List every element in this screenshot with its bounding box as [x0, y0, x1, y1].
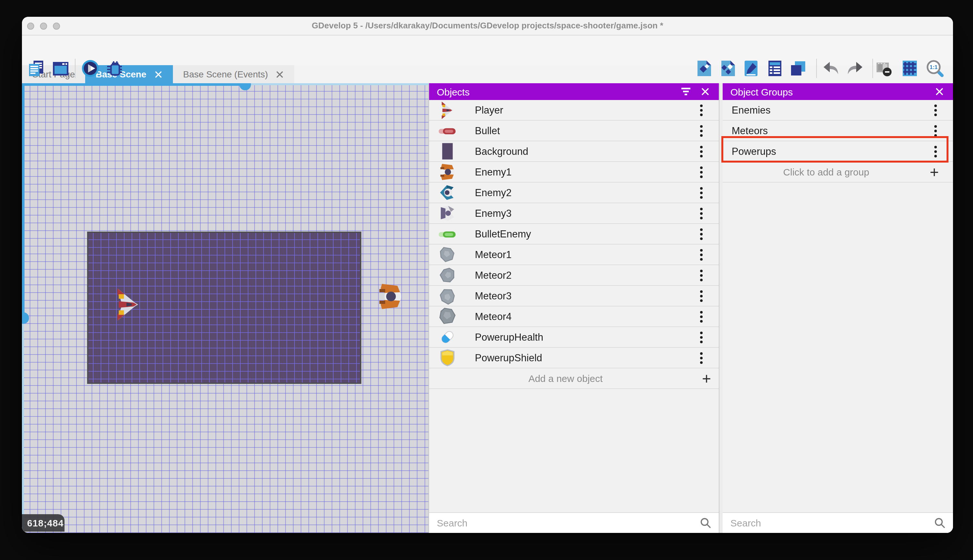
close-panel-icon[interactable] — [934, 86, 945, 97]
object-menu-icon[interactable] — [700, 269, 703, 282]
group-row-powerups[interactable]: Powerups — [723, 141, 953, 162]
object-row-background[interactable]: Background — [429, 141, 719, 162]
toolbar-button-play-preview[interactable] — [81, 59, 99, 77]
toolbar-button-toggle-grid[interactable] — [901, 59, 919, 77]
zoom-1-1-icon: 1:1 — [926, 59, 944, 77]
toolbar-button-render-mask[interactable] — [875, 59, 893, 77]
title-bar: GDevelop 5 - /Users/dkarakay/Documents/G… — [22, 17, 953, 35]
bullet-green-icon — [436, 224, 458, 243]
object-menu-icon[interactable] — [700, 103, 703, 117]
objects-panel-header: Objects — [429, 83, 719, 100]
object-row-enemy3[interactable]: Enemy3 — [429, 203, 719, 224]
filter-icon[interactable] — [680, 86, 692, 97]
group-name: Meteors — [732, 125, 934, 137]
toolbar-button-properties[interactable] — [742, 59, 760, 77]
add-object-row[interactable]: Add a new object + — [429, 368, 719, 389]
vertical-scrollbar[interactable] — [22, 83, 24, 318]
object-menu-icon[interactable] — [700, 124, 703, 137]
horizontal-scrollbar-track[interactable] — [245, 83, 428, 85]
object-name: Background — [475, 145, 700, 157]
search-icon — [934, 517, 945, 528]
object-row-meteor1[interactable]: Meteor1 — [429, 245, 719, 265]
object-row-meteor4[interactable]: Meteor4 — [429, 307, 719, 327]
toolbar-button-layers[interactable] — [789, 59, 807, 77]
vertical-scrollbar-track[interactable] — [22, 318, 23, 533]
add-group-row[interactable]: Click to add a group + — [723, 162, 953, 183]
toolbar-button-zoom-1-1[interactable]: 1:1 — [926, 59, 944, 77]
tab-base-scene-events[interactable]: Base Scene (Events) — [173, 65, 295, 83]
main-toolbar: 1:1 — [22, 35, 953, 65]
object-menu-icon[interactable] — [700, 351, 703, 364]
object-groups-list: Enemies Meteors — [723, 100, 953, 512]
object-menu-icon[interactable] — [700, 145, 703, 158]
toolbar-button-redo[interactable] — [846, 59, 864, 77]
group-row-enemies[interactable]: Enemies — [723, 100, 953, 121]
toolbar-button-debug[interactable] — [105, 59, 123, 77]
toolbar-button-undo[interactable] — [822, 59, 840, 77]
object-menu-icon[interactable] — [700, 227, 703, 240]
content-area: 618;484 Objects — [22, 83, 953, 533]
group-menu-icon[interactable] — [934, 124, 938, 137]
object-menu-icon[interactable] — [700, 165, 703, 178]
object-name: PowerupHealth — [475, 331, 700, 343]
object-row-meteor3[interactable]: Meteor3 — [429, 286, 719, 307]
object-row-bullet[interactable]: Bullet — [429, 121, 719, 141]
object-row-meteor2[interactable]: Meteor2 — [429, 265, 719, 286]
toolbar-button-objects-editor[interactable] — [695, 59, 713, 77]
toolbar-button-object-groups-editor[interactable] — [719, 59, 737, 77]
horizontal-scrollbar[interactable] — [22, 83, 245, 85]
group-menu-icon[interactable] — [934, 103, 938, 117]
horizontal-scrollbar-thumb[interactable] — [239, 83, 251, 90]
groups-search-input[interactable] — [723, 517, 934, 528]
project-manager-icon — [27, 59, 45, 77]
object-name: Bullet — [475, 125, 700, 137]
object-name: BulletEnemy — [475, 228, 700, 240]
group-name: Enemies — [732, 104, 934, 116]
object-row-enemy1[interactable]: Enemy1 — [429, 162, 719, 183]
scene-editor-canvas[interactable]: 618;484 — [22, 83, 428, 533]
toolbar-button-project-manager[interactable] — [27, 59, 45, 77]
undo-icon — [822, 59, 840, 77]
toolbar-button-instances-list[interactable] — [766, 59, 784, 77]
object-menu-icon[interactable] — [700, 248, 703, 261]
vertical-scrollbar-thumb[interactable] — [22, 312, 29, 324]
add-group-plus-icon[interactable]: + — [930, 165, 939, 178]
meteor4-rock-icon — [436, 307, 458, 326]
tab-close-icon[interactable] — [154, 70, 163, 78]
player-instance[interactable] — [115, 288, 139, 321]
object-row-powerupshield[interactable]: PowerupShield — [429, 348, 719, 368]
enemy-instance[interactable] — [377, 282, 403, 311]
redo-icon — [846, 59, 864, 77]
object-menu-icon[interactable] — [700, 186, 703, 199]
object-menu-icon[interactable] — [700, 207, 703, 220]
object-name: Meteor4 — [475, 311, 700, 322]
groups-search-bar — [723, 512, 953, 533]
window-title: GDevelop 5 - /Users/dkarakay/Documents/G… — [22, 17, 953, 35]
object-name: Enemy1 — [475, 166, 700, 178]
toolbar-button-start-page-window[interactable] — [52, 59, 70, 77]
meteor2-rock-icon — [436, 265, 458, 285]
tab-close-icon[interactable] — [276, 70, 284, 78]
close-panel-icon[interactable] — [700, 86, 711, 97]
object-row-enemy2[interactable]: Enemy2 — [429, 183, 719, 203]
object-name: Enemy3 — [475, 207, 700, 219]
object-row-poweruphealth[interactable]: PowerupHealth — [429, 327, 719, 348]
object-row-player[interactable]: Player — [429, 100, 719, 121]
add-object-plus-icon[interactable]: + — [702, 372, 711, 385]
object-menu-icon[interactable] — [700, 289, 703, 302]
objects-editor-icon — [695, 59, 713, 77]
group-menu-icon[interactable] — [934, 145, 938, 158]
object-menu-icon[interactable] — [700, 310, 703, 323]
object-name: Player — [475, 104, 700, 116]
object-menu-icon[interactable] — [700, 331, 703, 343]
add-object-label: Add a new object — [429, 373, 702, 384]
enemy1-ship-icon — [436, 162, 458, 182]
objects-panel-title: Objects — [437, 86, 680, 97]
panel-divider — [719, 83, 723, 533]
object-row-bulletenemy[interactable]: BulletEnemy — [429, 224, 719, 245]
toolbar-separator — [816, 59, 817, 78]
desktop-backdrop: GDevelop 5 - /Users/dkarakay/Documents/G… — [0, 0, 973, 560]
tab-label: Base Scene (Events) — [183, 69, 268, 79]
objects-search-input[interactable] — [429, 517, 700, 528]
group-row-meteors[interactable]: Meteors — [723, 121, 953, 141]
